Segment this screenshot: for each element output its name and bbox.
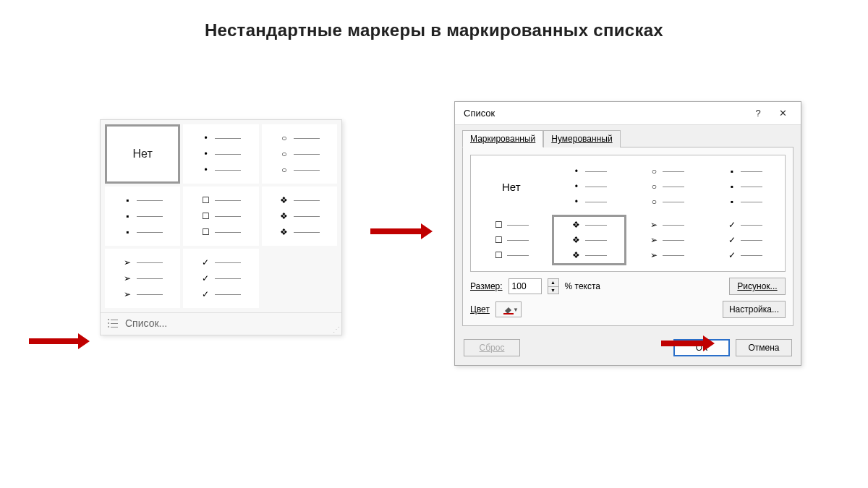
picture-button[interactable]: Рисунок... — [729, 278, 786, 295]
tabs-row: Маркированный Нумерованный — [455, 125, 801, 147]
preview-option-square-outline[interactable]: ☐ ☐ ☐ — [474, 215, 549, 265]
preview-option-four-diamonds[interactable]: ❖ ❖ ❖ — [552, 215, 627, 265]
bullet-option-square-outline[interactable]: ☐ ☐ ☐ — [183, 187, 258, 246]
color-dropdown[interactable] — [495, 301, 522, 317]
bullet-option-empty — [262, 249, 337, 308]
preview-option-arrow[interactable]: ➢ ➢ ➢ — [629, 215, 705, 265]
close-icon: ✕ — [779, 108, 787, 119]
size-row: Размер: ▲▼ % текста Рисунок... — [470, 278, 786, 295]
reset-button[interactable]: Сброс — [464, 339, 520, 356]
list-dialog: Список ? ✕ Маркированный Нумерованный Не… — [454, 101, 801, 366]
preview-option-disc[interactable]: • • • — [552, 161, 627, 212]
tab-body: Нет • • • ○ ○ ○ ▪ ▪ ▪ ☐ ☐ — [462, 147, 793, 326]
bullet-gallery-dropdown: Нет • • • ○ ○ ○ ▪ ▪ ▪ ☐ ☐ ☐ ❖ ❖ ❖ ➢ — [100, 119, 342, 335]
tab-bulleted[interactable]: Маркированный — [462, 130, 543, 147]
bullet-option-four-diamonds[interactable]: ❖ ❖ ❖ — [262, 187, 337, 246]
bullet-option-none[interactable]: Нет — [105, 124, 180, 184]
open-list-dialog-link[interactable]: Список... — [101, 312, 341, 335]
bullet-option-check[interactable]: ✓ ✓ ✓ — [183, 249, 258, 308]
size-unit-label: % текста — [565, 281, 600, 291]
bullet-gallery-grid: Нет • • • ○ ○ ○ ▪ ▪ ▪ ☐ ☐ ☐ ❖ ❖ ❖ ➢ — [101, 120, 341, 312]
color-row: Цвет Настройка... — [470, 301, 786, 318]
preview-option-check[interactable]: ✓ ✓ ✓ — [707, 215, 783, 265]
cancel-button[interactable]: Отмена — [736, 339, 792, 356]
preview-option-none[interactable]: Нет — [474, 161, 549, 212]
svg-rect-0 — [503, 313, 514, 314]
help-icon: ? — [755, 108, 760, 119]
dialog-title: Список — [464, 108, 495, 119]
help-button[interactable]: ? — [746, 105, 770, 122]
list-icon — [108, 317, 119, 329]
preview-option-square-small[interactable]: ▪ ▪ ▪ — [707, 161, 783, 212]
list-link-label: Список... — [125, 317, 167, 329]
page-title: Нестандартные маркеры в маркированных сп… — [0, 0, 868, 40]
none-label: Нет — [133, 147, 153, 160]
resize-grip-icon[interactable]: ⋰ — [333, 325, 339, 333]
bullet-option-circle[interactable]: ○ ○ ○ — [262, 124, 337, 184]
tab-numbered[interactable]: Нумерованный — [543, 130, 620, 147]
dialog-buttons-row: Сброс ОК Отмена — [455, 333, 801, 365]
arrow-to-customize — [661, 341, 705, 346]
size-spinner[interactable]: ▲▼ — [548, 278, 559, 294]
customize-button[interactable]: Настройка... — [723, 301, 786, 318]
color-label: Цвет — [470, 304, 490, 314]
size-label: Размер: — [470, 281, 503, 291]
bullet-option-square-small[interactable]: ▪ ▪ ▪ — [105, 187, 180, 246]
bullet-option-disc[interactable]: • • • — [183, 124, 258, 184]
size-input[interactable] — [509, 278, 542, 294]
bullet-option-arrow[interactable]: ➢ ➢ ➢ — [105, 249, 180, 308]
preview-option-circle[interactable]: ○ ○ ○ — [629, 161, 705, 212]
close-button[interactable]: ✕ — [770, 105, 795, 122]
bullet-preview-frame: Нет • • • ○ ○ ○ ▪ ▪ ▪ ☐ ☐ — [470, 155, 786, 272]
dialog-titlebar: Список ? ✕ — [455, 102, 801, 125]
arrow-to-dialog — [370, 228, 422, 234]
arrow-to-list-link — [29, 338, 80, 344]
paint-bucket-icon — [503, 304, 514, 314]
